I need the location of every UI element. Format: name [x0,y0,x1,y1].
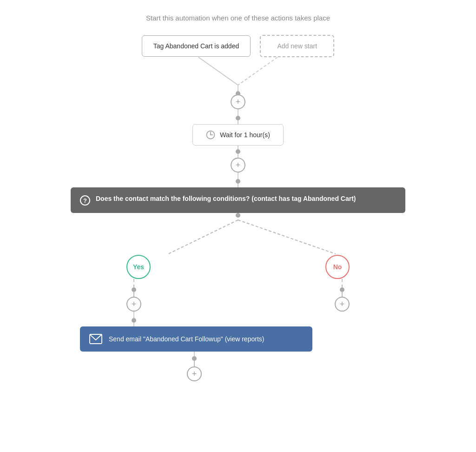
connector-dot-4 [236,213,240,218]
email-connector-2 [194,361,195,366]
no-branch: + [335,279,350,326]
connector-dot-1 [236,116,240,120]
yes-connector-4 [133,323,134,326]
branch-lines-svg [71,218,405,255]
yes-connector-dot-1 [132,287,136,292]
no-connector-1 [342,279,343,287]
mail-icon [89,334,102,344]
yes-badge[interactable]: Yes [126,255,151,279]
yes-connector-1 [133,279,134,287]
start-nodes-row: Tag Abandoned Cart is added Add new star… [142,35,334,57]
connector-dot-3 [236,179,240,184]
no-badge[interactable]: No [325,255,350,279]
add-step-button-1[interactable]: + [231,94,245,109]
email-node[interactable]: Send email "Abandoned Cart Followup" (vi… [80,326,312,352]
svg-line-7 [168,220,238,254]
branch-connectors: + + [71,279,405,326]
yes-connector-3 [133,312,134,318]
automation-canvas: Start this automation when one of these … [0,0,476,452]
add-step-yes-button[interactable]: + [126,297,141,312]
email-connector-1 [194,352,195,356]
yes-no-row: Yes No [71,255,405,279]
no-connector-dot-1 [340,287,344,292]
connector-3 [238,146,238,149]
connector-dot-2 [236,149,240,154]
email-after-connectors: + [71,352,405,381]
question-icon: ? [80,195,90,206]
email-node-row: Send email "Abandoned Cart Followup" (vi… [71,326,405,352]
add-step-no-button[interactable]: + [335,297,350,312]
wait-node[interactable]: Wait for 1 hour(s) [192,124,284,146]
yes-connector-dot-2 [132,318,136,323]
condition-node-label: Does the contact match the following con… [96,195,356,202]
connector-2 [238,120,238,124]
connector-6 [238,184,238,187]
tag-abandoned-cart-node[interactable]: Tag Abandoned Cart is added [142,35,251,57]
connector-4 [238,154,238,158]
connector-1 [238,109,238,116]
add-step-button-2[interactable]: + [231,158,245,173]
svg-line-8 [238,220,336,254]
branch-area: Yes No + [9,213,467,381]
email-bottom-connector: + [187,352,202,381]
yes-branch: + [126,279,141,326]
merge-lines-svg [159,57,317,94]
no-connector-2 [342,292,343,297]
condition-node[interactable]: ? Does the contact match the following c… [71,187,405,213]
yes-connector-2 [133,292,134,297]
add-step-final-button[interactable]: + [187,366,202,381]
flow-container: Tag Abandoned Cart is added Add new star… [9,35,467,381]
clock-icon [206,130,215,140]
header-text: Start this automation when one of these … [146,14,330,22]
connector-5 [238,173,238,179]
add-new-start-node[interactable]: Add new start [260,35,334,57]
email-connector-dot [192,356,197,361]
svg-line-1 [238,57,278,85]
svg-line-0 [198,57,238,85]
email-node-label: Send email "Abandoned Cart Followup" (vi… [109,335,264,343]
wait-node-label: Wait for 1 hour(s) [220,131,270,139]
